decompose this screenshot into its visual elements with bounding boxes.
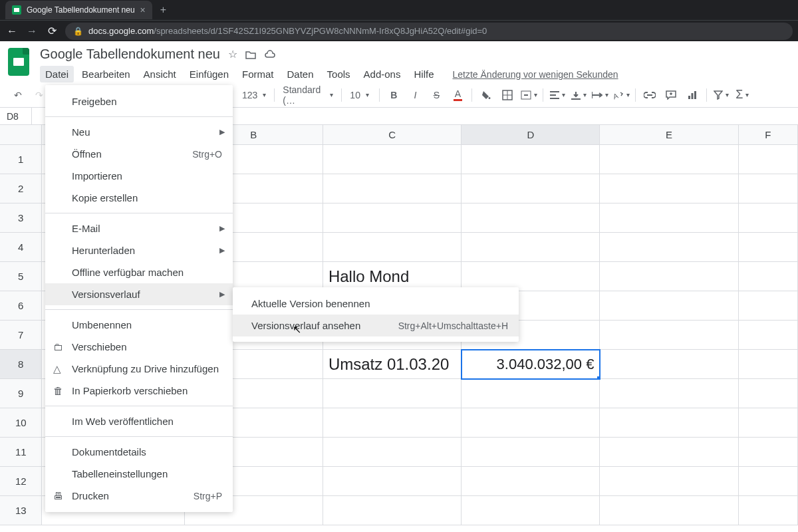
italic-button[interactable]: I bbox=[405, 86, 425, 104]
row-header-5[interactable]: 5 bbox=[0, 262, 42, 291]
row-header-11[interactable]: 11 bbox=[0, 438, 42, 467]
filter-button[interactable] bbox=[711, 86, 731, 104]
col-header-C[interactable]: C bbox=[323, 125, 462, 145]
menu-datei[interactable]: Datei bbox=[40, 66, 74, 82]
cell-F9[interactable] bbox=[739, 379, 798, 408]
close-tab-icon[interactable]: × bbox=[140, 5, 146, 15]
browser-tab[interactable]: Google Tabellendokument neu × bbox=[5, 1, 152, 19]
star-icon[interactable]: ☆ bbox=[228, 48, 237, 61]
cell-E6[interactable] bbox=[600, 291, 738, 321]
menu-tools[interactable]: Tools bbox=[322, 66, 356, 82]
cell-E2[interactable] bbox=[600, 174, 738, 203]
menu-verknuepfung[interactable]: △Verknüpfung zu Drive hinzufügen bbox=[45, 358, 233, 380]
cell-C8[interactable]: Umsatz 01.03.20 bbox=[323, 350, 462, 379]
cell-E1[interactable] bbox=[600, 145, 738, 174]
row-header-2[interactable]: 2 bbox=[0, 174, 42, 203]
cell-D4[interactable] bbox=[462, 233, 600, 262]
strike-button[interactable]: S bbox=[426, 86, 446, 104]
col-header-D[interactable]: D bbox=[462, 125, 600, 145]
menu-neu[interactable]: Neu▶ bbox=[45, 121, 233, 143]
cell-C1[interactable] bbox=[323, 145, 462, 174]
cell-F7[interactable] bbox=[739, 321, 798, 350]
menu-einfuegen[interactable]: Einfügen bbox=[184, 66, 234, 82]
cell-D8[interactable]: 3.040.032,00 € bbox=[462, 350, 600, 379]
chart-button[interactable] bbox=[682, 86, 702, 104]
submenu-ansehen[interactable]: Versionsverlauf ansehenStrg+Alt+Umschalt… bbox=[233, 315, 519, 336]
cell-F4[interactable] bbox=[739, 233, 798, 262]
name-box[interactable]: D8 bbox=[0, 108, 32, 124]
menu-daten[interactable]: Daten bbox=[282, 66, 319, 82]
cell-E3[interactable] bbox=[600, 203, 738, 233]
cell-C2[interactable] bbox=[323, 174, 462, 203]
menu-bearbeiten[interactable]: Bearbeiten bbox=[76, 66, 136, 82]
cell-E7[interactable] bbox=[600, 321, 738, 350]
menu-herunterladen[interactable]: Herunterladen▶ bbox=[45, 239, 233, 261]
row-header-10[interactable]: 10 bbox=[0, 408, 42, 438]
cell-F6[interactable] bbox=[739, 291, 798, 321]
cell-C13[interactable] bbox=[323, 496, 462, 525]
row-header-8[interactable]: 8 bbox=[0, 350, 42, 379]
borders-button[interactable] bbox=[497, 86, 517, 104]
menu-einstellungen[interactable]: Tabelleneinstellungen bbox=[45, 463, 233, 485]
row-header-4[interactable]: 4 bbox=[0, 233, 42, 262]
col-header-E[interactable]: E bbox=[600, 125, 738, 145]
back-button[interactable]: ← bbox=[5, 25, 19, 37]
menu-oeffnen[interactable]: ÖffnenStrg+O bbox=[45, 143, 233, 165]
cell-D1[interactable] bbox=[462, 145, 600, 174]
menu-umbenennen[interactable]: Umbenennen bbox=[45, 314, 233, 336]
h-align-button[interactable] bbox=[547, 86, 567, 104]
cell-D10[interactable] bbox=[462, 408, 600, 438]
cell-D2[interactable] bbox=[462, 174, 600, 203]
v-align-button[interactable] bbox=[569, 86, 589, 104]
row-header-6[interactable]: 6 bbox=[0, 291, 42, 321]
cell-D3[interactable] bbox=[462, 203, 600, 233]
cell-E12[interactable] bbox=[600, 467, 738, 496]
cell-F2[interactable] bbox=[739, 174, 798, 203]
cell-D9[interactable] bbox=[462, 379, 600, 408]
row-header-13[interactable]: 13 bbox=[0, 496, 42, 525]
rotation-button[interactable]: A bbox=[611, 86, 631, 104]
menu-email[interactable]: E-Mail▶ bbox=[45, 217, 233, 239]
menu-kopie[interactable]: Kopie erstellen bbox=[45, 187, 233, 209]
menu-importieren[interactable]: Importieren bbox=[45, 165, 233, 187]
cell-C3[interactable] bbox=[323, 203, 462, 233]
cell-F11[interactable] bbox=[739, 438, 798, 467]
menu-versionsverlauf[interactable]: Versionsverlauf▶ bbox=[45, 283, 233, 305]
cell-C4[interactable] bbox=[323, 233, 462, 262]
document-title[interactable]: Google Tabellendokument neu bbox=[40, 47, 220, 62]
forward-button[interactable]: → bbox=[25, 25, 39, 37]
wrap-button[interactable] bbox=[590, 86, 610, 104]
cell-F10[interactable] bbox=[739, 408, 798, 438]
cloud-status-icon[interactable] bbox=[264, 50, 276, 59]
menu-drucken[interactable]: 🖶DruckenStrg+P bbox=[45, 485, 233, 507]
cell-E8[interactable] bbox=[600, 350, 738, 379]
cell-F8[interactable] bbox=[739, 350, 798, 379]
menu-details[interactable]: Dokumentdetails bbox=[45, 441, 233, 463]
cell-E9[interactable] bbox=[600, 379, 738, 408]
menu-addons[interactable]: Add-ons bbox=[358, 66, 406, 82]
bold-button[interactable]: B bbox=[384, 86, 404, 104]
fill-color-button[interactable] bbox=[476, 86, 496, 104]
row-header-1[interactable]: 1 bbox=[0, 145, 42, 174]
cell-C9[interactable] bbox=[323, 379, 462, 408]
menu-verschieben[interactable]: 🗀Verschieben bbox=[45, 336, 233, 358]
reload-button[interactable]: ⟳ bbox=[45, 25, 59, 37]
row-header-9[interactable]: 9 bbox=[0, 379, 42, 408]
cell-E5[interactable] bbox=[600, 262, 738, 291]
last-edit-link[interactable]: Letzte Änderung vor wenigen Sekunden bbox=[452, 69, 618, 80]
cell-F12[interactable] bbox=[739, 467, 798, 496]
menu-offline[interactable]: Offline verfügbar machen bbox=[45, 261, 233, 283]
menu-hilfe[interactable]: Hilfe bbox=[408, 66, 439, 82]
row-header-7[interactable]: 7 bbox=[0, 321, 42, 350]
cell-E10[interactable] bbox=[600, 408, 738, 438]
font-size-select[interactable]: 10 bbox=[346, 86, 375, 104]
select-all-corner[interactable] bbox=[0, 125, 42, 145]
menu-web[interactable]: Im Web veröffentlichen bbox=[45, 410, 233, 432]
move-to-drive-icon[interactable] bbox=[245, 50, 256, 59]
row-header-3[interactable]: 3 bbox=[0, 203, 42, 233]
url-input[interactable]: 🔒 docs.google.com/spreadsheets/d/1SF42SZ… bbox=[65, 23, 793, 40]
cell-D13[interactable] bbox=[462, 496, 600, 525]
font-select[interactable]: Standard (… bbox=[279, 86, 337, 104]
cell-F3[interactable] bbox=[739, 203, 798, 233]
cell-F5[interactable] bbox=[739, 262, 798, 291]
